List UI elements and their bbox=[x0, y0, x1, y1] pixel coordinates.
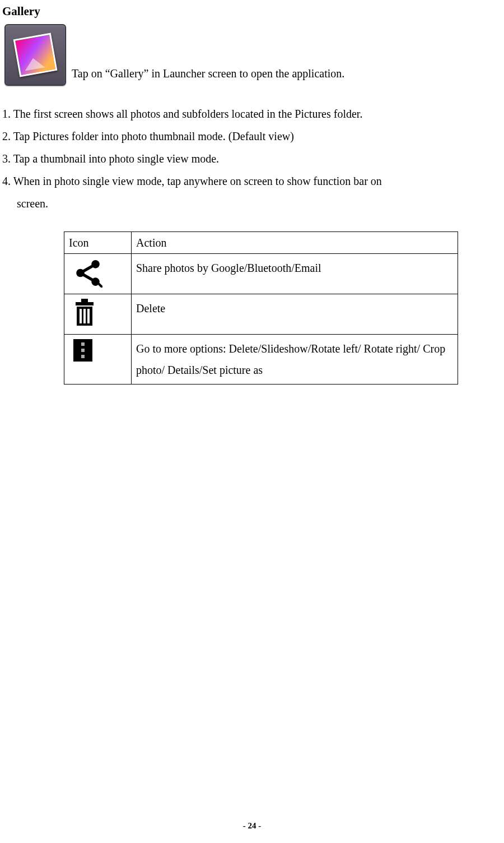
intro-text: Tap on “Gallery” in Launcher screen to o… bbox=[72, 67, 344, 80]
svg-rect-8 bbox=[87, 309, 90, 323]
header-action: Action bbox=[132, 232, 458, 254]
table-row: Delete bbox=[64, 294, 458, 335]
gallery-app-icon bbox=[4, 24, 66, 86]
svg-rect-11 bbox=[81, 349, 85, 352]
table-row: Go to more options: Delete/Slideshow/Rot… bbox=[64, 335, 458, 385]
svg-rect-4 bbox=[81, 299, 88, 302]
table-row: Share photos by Google/Bluetooth/Email bbox=[64, 254, 458, 294]
table-header-row: Icon Action bbox=[64, 232, 458, 254]
step-4-line1: 4. When in photo single view mode, tap a… bbox=[2, 170, 504, 192]
step-3: 3. Tap a thumbnail into photo single vie… bbox=[2, 147, 504, 170]
icon-cell-share bbox=[64, 254, 132, 294]
page-number: - 24 - bbox=[0, 821, 504, 831]
share-icon bbox=[73, 258, 102, 288]
trash-icon bbox=[73, 299, 96, 327]
more-options-icon bbox=[73, 339, 92, 362]
action-share: Share photos by Google/Bluetooth/Email bbox=[132, 254, 458, 294]
header-icon: Icon bbox=[64, 232, 132, 254]
svg-rect-10 bbox=[81, 342, 85, 346]
svg-rect-6 bbox=[80, 309, 82, 323]
action-delete: Delete bbox=[132, 294, 458, 335]
intro-row: Tap on “Gallery” in Launcher screen to o… bbox=[4, 24, 504, 86]
action-more: Go to more options: Delete/Slideshow/Rot… bbox=[132, 335, 458, 385]
svg-rect-7 bbox=[83, 309, 86, 323]
icon-cell-delete bbox=[64, 294, 132, 335]
step-2: 2. Tap Pictures folder into photo thumbn… bbox=[2, 125, 504, 147]
step-4-line2: screen. bbox=[2, 192, 504, 215]
steps-list: 1. The first screen shows all photos and… bbox=[2, 103, 504, 215]
page-title: Gallery bbox=[2, 4, 504, 18]
step-1: 1. The first screen shows all photos and… bbox=[2, 103, 504, 125]
icon-cell-more bbox=[64, 335, 132, 385]
svg-rect-12 bbox=[81, 355, 85, 358]
svg-rect-3 bbox=[76, 302, 94, 305]
icon-action-table: Icon Action Share photos by Google/Bluet… bbox=[64, 231, 458, 385]
